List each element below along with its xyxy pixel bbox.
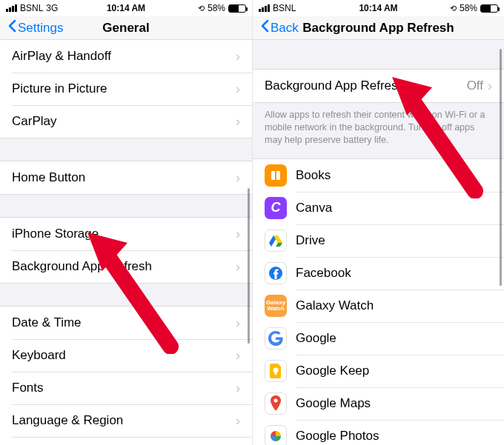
back-button[interactable]: Back bbox=[260, 19, 299, 36]
row-label: Fonts bbox=[12, 381, 236, 395]
app-label: Books bbox=[296, 168, 331, 183]
app-icon-google bbox=[265, 327, 287, 349]
group-separator bbox=[0, 138, 252, 161]
battery-icon bbox=[228, 4, 246, 13]
chevron-right-icon: › bbox=[236, 413, 240, 429]
row-airplay-handoff[interactable]: AirPlay & Handoff › bbox=[0, 40, 252, 73]
settings-list[interactable]: AirPlay & Handoff › Picture in Picture ›… bbox=[0, 40, 252, 445]
nav-bar: Back Background App Refresh bbox=[253, 16, 504, 40]
svg-point-7 bbox=[273, 367, 279, 372]
row-carplay[interactable]: CarPlay › bbox=[0, 105, 252, 138]
chevron-right-icon: › bbox=[236, 259, 240, 275]
network-label: 3G bbox=[46, 3, 58, 13]
app-row-drive[interactable]: Drive bbox=[253, 224, 504, 257]
chevron-right-icon: › bbox=[236, 114, 240, 130]
row-label: Background App Refresh bbox=[265, 78, 467, 93]
app-label: Drive bbox=[296, 233, 325, 248]
chevron-left-icon bbox=[260, 19, 269, 36]
row-dictionary[interactable]: Dictionary › bbox=[0, 437, 252, 445]
nav-bar: Settings General bbox=[0, 16, 252, 40]
app-row-canva[interactable]: C Canva bbox=[253, 192, 504, 224]
app-icon-photos bbox=[265, 425, 287, 445]
group-separator bbox=[253, 40, 504, 70]
status-bar: BSNL 3G 10:14 AM ⟲ 58% bbox=[0, 0, 252, 16]
app-row-google[interactable]: Google bbox=[253, 322, 504, 355]
row-label: Home Button bbox=[12, 170, 236, 185]
row-label: AirPlay & Handoff bbox=[12, 49, 236, 64]
app-label: Google Photos bbox=[296, 429, 379, 444]
app-label: Canva bbox=[296, 201, 332, 215]
app-row-books[interactable]: Books bbox=[253, 159, 504, 192]
group-separator bbox=[0, 283, 252, 307]
battery-icon bbox=[480, 4, 498, 13]
app-label: Google Maps bbox=[296, 396, 371, 411]
svg-rect-2 bbox=[276, 171, 280, 180]
app-icon-books bbox=[265, 164, 287, 187]
rotation-lock-icon: ⟲ bbox=[450, 4, 457, 13]
battery-percent: 58% bbox=[208, 3, 225, 13]
clock: 10:14 AM bbox=[339, 3, 419, 13]
chevron-right-icon: › bbox=[236, 315, 240, 331]
row-value: Off bbox=[467, 78, 483, 93]
row-date-time[interactable]: Date & Time › bbox=[0, 307, 252, 339]
scroll-indicator[interactable] bbox=[500, 49, 502, 286]
row-home-button[interactable]: Home Button › bbox=[0, 161, 252, 194]
row-background-app-refresh[interactable]: Background App Refresh › bbox=[0, 250, 252, 283]
chevron-right-icon: › bbox=[236, 170, 240, 186]
app-label: Google bbox=[296, 331, 336, 346]
row-label: Date & Time bbox=[12, 315, 236, 330]
row-label: iPhone Storage bbox=[12, 227, 236, 241]
row-label: Keyboard bbox=[12, 348, 236, 363]
bar-list[interactable]: Background App Refresh Off › Allow apps … bbox=[253, 40, 504, 445]
chevron-right-icon: › bbox=[236, 49, 240, 64]
back-label: Settings bbox=[18, 21, 63, 36]
battery-percent: 58% bbox=[460, 3, 477, 13]
row-language-region[interactable]: Language & Region › bbox=[0, 404, 252, 437]
svg-point-9 bbox=[274, 398, 278, 402]
app-row-google-keep[interactable]: Google Keep bbox=[253, 355, 504, 387]
row-label: Language & Region bbox=[12, 413, 236, 428]
rotation-lock-icon: ⟲ bbox=[198, 4, 205, 13]
row-fonts[interactable]: Fonts › bbox=[0, 372, 252, 404]
app-icon-galaxy-watch: GalaxyWatch bbox=[265, 295, 287, 317]
app-icon-keep bbox=[265, 360, 287, 382]
app-row-google-photos[interactable]: Google Photos bbox=[253, 420, 504, 445]
row-bar-toggle[interactable]: Background App Refresh Off › bbox=[253, 70, 504, 102]
app-label: Facebook bbox=[296, 266, 351, 281]
back-button[interactable]: Settings bbox=[7, 19, 63, 36]
row-keyboard[interactable]: Keyboard › bbox=[0, 339, 252, 372]
row-picture-in-picture[interactable]: Picture in Picture › bbox=[0, 73, 252, 105]
chevron-right-icon: › bbox=[236, 81, 240, 97]
chevron-right-icon: › bbox=[236, 381, 240, 396]
app-icon-facebook bbox=[265, 262, 287, 284]
section-footer: Allow apps to refresh their content when… bbox=[253, 102, 504, 159]
scroll-indicator[interactable] bbox=[248, 188, 250, 344]
app-row-google-maps[interactable]: Google Maps bbox=[253, 387, 504, 420]
group-separator bbox=[0, 194, 252, 218]
app-icon-canva: C bbox=[265, 197, 287, 219]
app-icon-drive bbox=[265, 230, 287, 252]
app-label: Galaxy Watch bbox=[296, 298, 374, 313]
signal-icon bbox=[6, 4, 17, 12]
svg-marker-4 bbox=[276, 243, 282, 247]
carrier-label: BSNL bbox=[20, 3, 43, 13]
status-bar: BSNL 10:14 AM ⟲ 58% bbox=[253, 0, 504, 16]
back-label: Back bbox=[271, 21, 299, 36]
app-label: Google Keep bbox=[296, 364, 369, 378]
chevron-right-icon: › bbox=[236, 348, 240, 364]
phone-background-app-refresh: BSNL 10:14 AM ⟲ 58% Back Background App … bbox=[252, 0, 504, 445]
signal-icon bbox=[259, 4, 270, 12]
clock: 10:14 AM bbox=[86, 3, 166, 13]
app-icon-maps bbox=[265, 392, 287, 415]
row-iphone-storage[interactable]: iPhone Storage › bbox=[0, 218, 252, 250]
row-label: Background App Refresh bbox=[12, 259, 236, 274]
row-label: Picture in Picture bbox=[12, 81, 236, 96]
chevron-right-icon: › bbox=[236, 227, 240, 242]
phone-general-settings: BSNL 3G 10:14 AM ⟲ 58% Settings General bbox=[0, 0, 252, 445]
svg-rect-1 bbox=[271, 171, 275, 180]
chevron-right-icon: › bbox=[488, 78, 492, 94]
svg-rect-8 bbox=[275, 372, 277, 375]
chevron-left-icon bbox=[7, 19, 16, 36]
app-row-galaxy-watch[interactable]: GalaxyWatch Galaxy Watch bbox=[253, 290, 504, 322]
app-row-facebook[interactable]: Facebook bbox=[253, 257, 504, 290]
